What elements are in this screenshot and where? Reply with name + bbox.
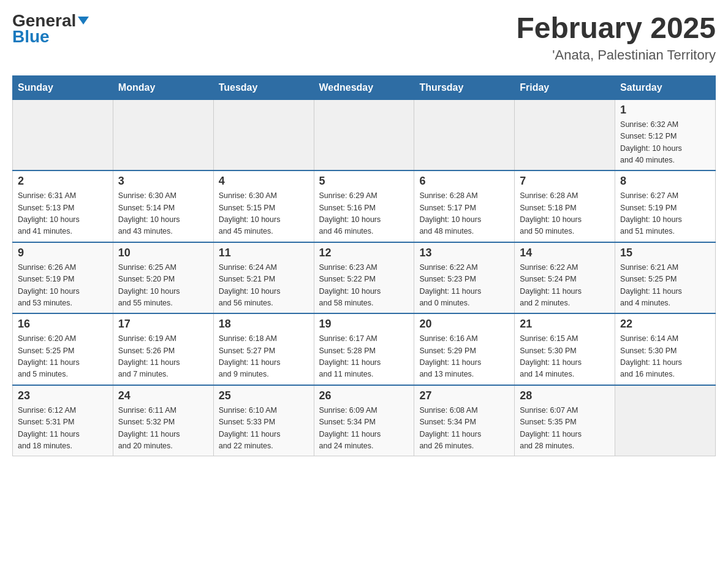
- calendar-week-3: 9Sunrise: 6:26 AM Sunset: 5:19 PM Daylig…: [13, 242, 716, 314]
- calendar-table: Sunday Monday Tuesday Wednesday Thursday…: [12, 75, 716, 457]
- day-info: Sunrise: 6:16 AM Sunset: 5:29 PM Dayligh…: [419, 333, 509, 381]
- col-wednesday: Wednesday: [314, 75, 414, 99]
- day-number: 23: [18, 389, 108, 402]
- calendar-cell: 26Sunrise: 6:09 AM Sunset: 5:34 PM Dayli…: [314, 385, 414, 456]
- calendar-week-2: 2Sunrise: 6:31 AM Sunset: 5:13 PM Daylig…: [13, 170, 716, 242]
- calendar-header-row: Sunday Monday Tuesday Wednesday Thursday…: [13, 75, 716, 99]
- calendar-cell: 7Sunrise: 6:28 AM Sunset: 5:18 PM Daylig…: [515, 170, 615, 242]
- day-info: Sunrise: 6:08 AM Sunset: 5:34 PM Dayligh…: [419, 405, 509, 453]
- calendar-cell: 28Sunrise: 6:07 AM Sunset: 5:35 PM Dayli…: [515, 385, 615, 456]
- calendar-cell: 2Sunrise: 6:31 AM Sunset: 5:13 PM Daylig…: [13, 170, 113, 242]
- title-section: February 2025 'Anata, Palestinian Territ…: [516, 12, 716, 63]
- day-info: Sunrise: 6:14 AM Sunset: 5:30 PM Dayligh…: [620, 333, 710, 381]
- calendar-cell: 4Sunrise: 6:30 AM Sunset: 5:15 PM Daylig…: [213, 170, 314, 242]
- calendar-cell: 10Sunrise: 6:25 AM Sunset: 5:20 PM Dayli…: [113, 242, 213, 314]
- day-number: 11: [219, 247, 309, 259]
- day-info: Sunrise: 6:12 AM Sunset: 5:31 PM Dayligh…: [18, 405, 108, 453]
- day-number: 18: [219, 318, 309, 331]
- calendar-cell: 18Sunrise: 6:18 AM Sunset: 5:27 PM Dayli…: [213, 313, 314, 385]
- day-number: 28: [520, 389, 610, 402]
- day-number: 4: [219, 175, 309, 188]
- calendar-cell: 25Sunrise: 6:10 AM Sunset: 5:33 PM Dayli…: [213, 385, 314, 456]
- day-info: Sunrise: 6:22 AM Sunset: 5:24 PM Dayligh…: [520, 262, 610, 310]
- col-sunday: Sunday: [13, 75, 113, 99]
- calendar-cell: 14Sunrise: 6:22 AM Sunset: 5:24 PM Dayli…: [515, 242, 615, 314]
- col-monday: Monday: [113, 75, 213, 99]
- calendar-cell: 16Sunrise: 6:20 AM Sunset: 5:25 PM Dayli…: [13, 313, 113, 385]
- day-info: Sunrise: 6:17 AM Sunset: 5:28 PM Dayligh…: [319, 333, 409, 381]
- day-number: 3: [118, 175, 208, 188]
- col-tuesday: Tuesday: [213, 75, 314, 99]
- day-info: Sunrise: 6:25 AM Sunset: 5:20 PM Dayligh…: [118, 262, 208, 310]
- calendar-cell: 24Sunrise: 6:11 AM Sunset: 5:32 PM Dayli…: [113, 385, 213, 456]
- page-header: General Blue February 2025 'Anata, Pales…: [12, 12, 716, 63]
- calendar-cell: 11Sunrise: 6:24 AM Sunset: 5:21 PM Dayli…: [213, 242, 314, 314]
- calendar-cell: 17Sunrise: 6:19 AM Sunset: 5:26 PM Dayli…: [113, 313, 213, 385]
- day-number: 25: [219, 389, 309, 402]
- calendar-cell: 12Sunrise: 6:23 AM Sunset: 5:22 PM Dayli…: [314, 242, 414, 314]
- day-info: Sunrise: 6:23 AM Sunset: 5:22 PM Dayligh…: [319, 262, 409, 310]
- day-number: 12: [319, 247, 409, 259]
- day-info: Sunrise: 6:11 AM Sunset: 5:32 PM Dayligh…: [118, 405, 208, 453]
- calendar-cell: 27Sunrise: 6:08 AM Sunset: 5:34 PM Dayli…: [414, 385, 515, 456]
- day-number: 1: [620, 104, 710, 117]
- calendar-cell: 9Sunrise: 6:26 AM Sunset: 5:19 PM Daylig…: [13, 242, 113, 314]
- day-info: Sunrise: 6:28 AM Sunset: 5:18 PM Dayligh…: [520, 190, 610, 238]
- col-saturday: Saturday: [615, 75, 716, 99]
- day-number: 15: [620, 247, 710, 259]
- calendar-cell: [314, 99, 414, 170]
- col-thursday: Thursday: [414, 75, 515, 99]
- calendar-cell: 15Sunrise: 6:21 AM Sunset: 5:25 PM Dayli…: [615, 242, 716, 314]
- day-number: 26: [319, 389, 409, 402]
- day-info: Sunrise: 6:31 AM Sunset: 5:13 PM Dayligh…: [18, 190, 108, 238]
- calendar-cell: 21Sunrise: 6:15 AM Sunset: 5:30 PM Dayli…: [515, 313, 615, 385]
- day-number: 22: [620, 318, 710, 331]
- calendar-cell: 20Sunrise: 6:16 AM Sunset: 5:29 PM Dayli…: [414, 313, 515, 385]
- day-number: 20: [419, 318, 509, 331]
- calendar-cell: [113, 99, 213, 170]
- day-number: 17: [118, 318, 208, 331]
- day-info: Sunrise: 6:26 AM Sunset: 5:19 PM Dayligh…: [18, 262, 108, 310]
- day-number: 7: [520, 175, 610, 188]
- day-info: Sunrise: 6:10 AM Sunset: 5:33 PM Dayligh…: [219, 405, 309, 453]
- calendar-cell: [414, 99, 515, 170]
- day-info: Sunrise: 6:19 AM Sunset: 5:26 PM Dayligh…: [118, 333, 208, 381]
- calendar-cell: [515, 99, 615, 170]
- day-number: 19: [319, 318, 409, 331]
- day-info: Sunrise: 6:28 AM Sunset: 5:17 PM Dayligh…: [419, 190, 509, 238]
- day-info: Sunrise: 6:21 AM Sunset: 5:25 PM Dayligh…: [620, 262, 710, 310]
- day-number: 5: [319, 175, 409, 188]
- day-number: 8: [620, 175, 710, 188]
- day-info: Sunrise: 6:29 AM Sunset: 5:16 PM Dayligh…: [319, 190, 409, 238]
- calendar-cell: 19Sunrise: 6:17 AM Sunset: 5:28 PM Dayli…: [314, 313, 414, 385]
- calendar-week-1: 1Sunrise: 6:32 AM Sunset: 5:12 PM Daylig…: [13, 99, 716, 170]
- calendar-week-4: 16Sunrise: 6:20 AM Sunset: 5:25 PM Dayli…: [13, 313, 716, 385]
- page-subtitle: 'Anata, Palestinian Territory: [516, 47, 716, 63]
- calendar-cell: 13Sunrise: 6:22 AM Sunset: 5:23 PM Dayli…: [414, 242, 515, 314]
- day-info: Sunrise: 6:09 AM Sunset: 5:34 PM Dayligh…: [319, 405, 409, 453]
- page-title: February 2025: [516, 12, 716, 45]
- day-info: Sunrise: 6:27 AM Sunset: 5:19 PM Dayligh…: [620, 190, 710, 238]
- calendar-cell: [213, 99, 314, 170]
- logo: General Blue: [12, 12, 89, 47]
- day-info: Sunrise: 6:30 AM Sunset: 5:14 PM Dayligh…: [118, 190, 208, 238]
- day-number: 14: [520, 247, 610, 259]
- logo-blue: Blue: [12, 27, 50, 47]
- day-number: 6: [419, 175, 509, 188]
- day-info: Sunrise: 6:20 AM Sunset: 5:25 PM Dayligh…: [18, 333, 108, 381]
- day-info: Sunrise: 6:07 AM Sunset: 5:35 PM Dayligh…: [520, 405, 610, 453]
- calendar-cell: [13, 99, 113, 170]
- calendar-cell: 1Sunrise: 6:32 AM Sunset: 5:12 PM Daylig…: [615, 99, 716, 170]
- calendar-cell: 5Sunrise: 6:29 AM Sunset: 5:16 PM Daylig…: [314, 170, 414, 242]
- day-info: Sunrise: 6:30 AM Sunset: 5:15 PM Dayligh…: [219, 190, 309, 238]
- day-info: Sunrise: 6:24 AM Sunset: 5:21 PM Dayligh…: [219, 262, 309, 310]
- day-number: 9: [18, 247, 108, 259]
- day-number: 27: [419, 389, 509, 402]
- day-info: Sunrise: 6:22 AM Sunset: 5:23 PM Dayligh…: [419, 262, 509, 310]
- day-number: 16: [18, 318, 108, 331]
- day-number: 13: [419, 247, 509, 259]
- day-number: 10: [118, 247, 208, 259]
- day-info: Sunrise: 6:18 AM Sunset: 5:27 PM Dayligh…: [219, 333, 309, 381]
- calendar-cell: 23Sunrise: 6:12 AM Sunset: 5:31 PM Dayli…: [13, 385, 113, 456]
- calendar-cell: 6Sunrise: 6:28 AM Sunset: 5:17 PM Daylig…: [414, 170, 515, 242]
